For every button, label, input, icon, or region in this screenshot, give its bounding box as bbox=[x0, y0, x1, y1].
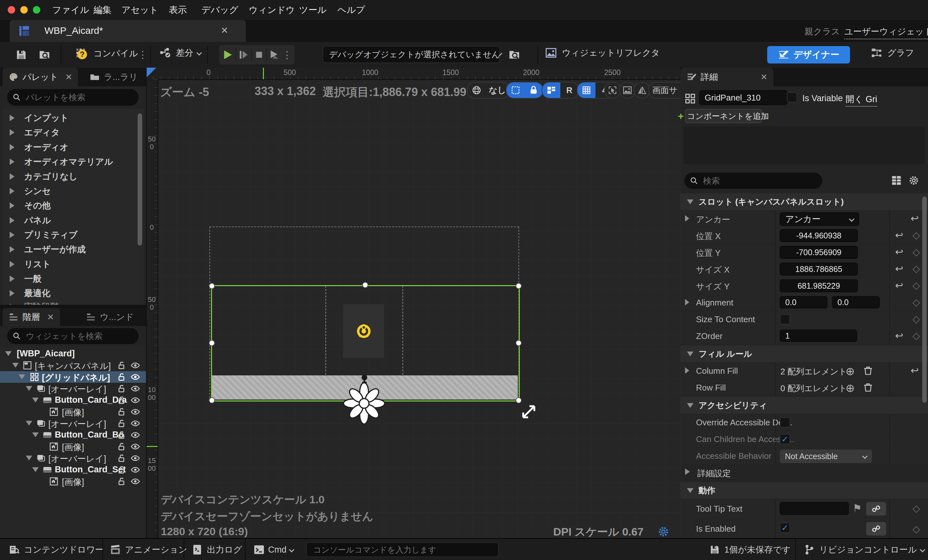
expand-icon[interactable] bbox=[685, 367, 689, 374]
frame-skip-button[interactable] bbox=[238, 49, 249, 61]
dpi-settings-gear-icon[interactable] bbox=[657, 525, 670, 538]
section-slot[interactable]: スロット (キャンバスパネルスロット) bbox=[681, 193, 928, 210]
grid-snap-icon[interactable] bbox=[577, 82, 595, 98]
unsaved-assets-button[interactable]: 1個が未保存です bbox=[709, 539, 791, 560]
lock-icon[interactable] bbox=[525, 82, 543, 98]
tree-row-overlay[interactable]: [オーバーレイ] bbox=[0, 452, 146, 464]
clear-elements-trash-icon[interactable] bbox=[863, 365, 873, 376]
revert-icon[interactable]: ↩ bbox=[911, 365, 919, 376]
dashed-outline-icon[interactable] bbox=[507, 82, 525, 98]
expand-icon[interactable] bbox=[685, 215, 689, 222]
palette-category[interactable]: オーディオ bbox=[10, 142, 69, 153]
revert-icon[interactable]: ↩ bbox=[911, 213, 919, 224]
tab-second[interactable]: ウ...ンド bbox=[80, 308, 139, 326]
launch-button[interactable] bbox=[269, 49, 280, 61]
palette-category[interactable]: インプット bbox=[10, 112, 69, 124]
flip-preview-icon[interactable] bbox=[633, 82, 650, 99]
close-icon[interactable]: ✕ bbox=[47, 312, 54, 322]
eye-icon[interactable] bbox=[130, 384, 140, 394]
lock-open-icon[interactable] bbox=[117, 360, 127, 370]
is-enabled-checkbox[interactable]: ✓ bbox=[780, 523, 790, 533]
close-icon[interactable]: ✕ bbox=[760, 72, 768, 82]
eye-icon[interactable] bbox=[130, 476, 140, 486]
details-search[interactable] bbox=[684, 173, 822, 189]
palette-category[interactable]: オーディオマテリアル bbox=[10, 156, 113, 168]
details-search-input[interactable] bbox=[702, 175, 812, 186]
lock-open-icon[interactable] bbox=[117, 384, 127, 394]
palette-category[interactable]: リスト bbox=[10, 258, 51, 270]
add-element-icon[interactable]: ⊕ bbox=[846, 381, 855, 394]
save-icon[interactable] bbox=[15, 48, 28, 61]
tree-row-root[interactable]: [WBP_Aicard] bbox=[0, 348, 146, 360]
graph-mode-button[interactable]: グラフ bbox=[871, 46, 914, 59]
select-mode-icon[interactable] bbox=[604, 82, 621, 99]
tab-details[interactable]: 詳細 ✕ bbox=[681, 68, 773, 86]
details-settings-gear-icon[interactable] bbox=[908, 175, 920, 186]
eye-icon[interactable] bbox=[130, 442, 140, 452]
size-to-content-checkbox[interactable] bbox=[780, 314, 790, 325]
clear-elements-trash-icon[interactable] bbox=[863, 382, 873, 392]
lock-open-icon[interactable] bbox=[117, 430, 127, 440]
tab-hierarchy[interactable]: 階層 ✕ bbox=[3, 308, 60, 326]
eye-icon[interactable] bbox=[130, 418, 140, 428]
tooltip-text-field[interactable] bbox=[780, 502, 849, 515]
anchors-icon[interactable] bbox=[542, 82, 560, 98]
eye-icon[interactable] bbox=[130, 407, 140, 417]
close-window-button[interactable] bbox=[8, 6, 15, 14]
eye-icon[interactable] bbox=[130, 372, 140, 382]
lock-open-icon[interactable] bbox=[117, 476, 127, 486]
resize-handle[interactable] bbox=[209, 283, 215, 289]
add-element-icon[interactable]: ⊕ bbox=[846, 365, 855, 378]
widget-reflector-button[interactable]: ウィジェットリフレクタ bbox=[545, 46, 660, 59]
open-grid-link[interactable]: 開く Gri bbox=[846, 93, 877, 107]
eye-icon[interactable] bbox=[130, 453, 140, 463]
tab-palette[interactable]: パレット ✕ bbox=[3, 68, 78, 86]
palette-category[interactable]: 最適化 bbox=[10, 287, 50, 299]
accessible-behavior-dropdown[interactable]: Not Accessible bbox=[780, 450, 872, 463]
bind-diamond-icon[interactable]: ◇ bbox=[913, 246, 920, 258]
pos-y-field[interactable]: -700.956909 bbox=[780, 246, 858, 259]
menu-debug[interactable]: デバッグ bbox=[201, 0, 238, 20]
palette-category[interactable]: その他 bbox=[10, 200, 50, 211]
palette-category[interactable]: カテゴリなし bbox=[10, 171, 78, 182]
advanced-settings-row[interactable]: 詳細設定 bbox=[681, 465, 928, 481]
play-button[interactable] bbox=[222, 49, 233, 61]
close-tab-icon[interactable]: ✕ bbox=[221, 25, 228, 36]
tree-row-image[interactable]: [画像] bbox=[0, 476, 146, 487]
menu-file[interactable]: ファイル bbox=[52, 0, 89, 20]
menu-help[interactable]: ヘルプ bbox=[337, 0, 365, 20]
menu-tools[interactable]: ツール bbox=[299, 0, 327, 20]
flag-icon[interactable]: ⚑ bbox=[853, 502, 862, 514]
section-behavior[interactable]: 動作 bbox=[681, 482, 928, 499]
bind-diamond-icon[interactable]: ◇ bbox=[913, 229, 920, 241]
eye-icon[interactable] bbox=[130, 465, 140, 475]
browse-to-asset-icon[interactable] bbox=[38, 48, 51, 61]
is-variable-checkbox[interactable] bbox=[787, 92, 797, 102]
display-filter-table-icon[interactable] bbox=[891, 175, 902, 186]
tree-row-image[interactable]: [画像] bbox=[0, 406, 146, 418]
bind-diamond-icon[interactable]: ◇ bbox=[913, 263, 920, 274]
revert-icon[interactable]: ↩ bbox=[895, 246, 903, 258]
bind-diamond-icon[interactable]: ◇ bbox=[913, 330, 920, 341]
palette-search-input[interactable] bbox=[25, 92, 130, 103]
can-children-accessible-checkbox[interactable]: ✓ bbox=[780, 434, 790, 444]
anchor-r-toggle[interactable]: R bbox=[560, 82, 578, 98]
widget-name-field[interactable] bbox=[699, 90, 788, 105]
palette-category[interactable]: 一般 bbox=[10, 273, 41, 284]
tree-row-button-card[interactable]: Button_Card_Dra bbox=[0, 394, 146, 406]
bind-chain-button[interactable] bbox=[866, 502, 886, 516]
debug-object-dropdown[interactable]: デバッグオブジェクトが選択されていません bbox=[322, 46, 500, 63]
section-fill-rules[interactable]: フィル ルール bbox=[681, 345, 928, 362]
anchor-medallion-icon[interactable] bbox=[342, 381, 386, 425]
resize-handle[interactable] bbox=[362, 282, 368, 288]
menu-view[interactable]: 表示 bbox=[169, 0, 187, 20]
resize-handle[interactable] bbox=[516, 340, 522, 346]
parent-class-link[interactable]: ユーザーウィジェット bbox=[844, 26, 928, 39]
revert-icon[interactable]: ↩ bbox=[895, 229, 903, 241]
eye-icon[interactable] bbox=[130, 395, 140, 405]
tree-row-canvas-panel[interactable]: [キャンバスパネル] bbox=[0, 360, 146, 371]
compile-button[interactable]: ? コンパイル bbox=[75, 46, 138, 61]
resize-handle[interactable] bbox=[209, 340, 215, 346]
eye-icon[interactable] bbox=[130, 360, 140, 370]
tab-library[interactable]: ラ...ラリ bbox=[84, 68, 143, 86]
